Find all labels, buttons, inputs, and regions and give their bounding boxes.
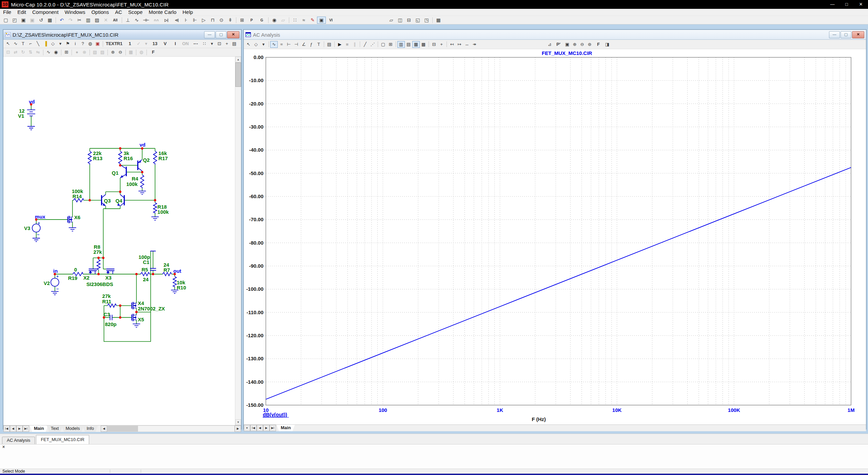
ac-analysis-titlebar[interactable]: AC Analysis — ▢ ✕ [244,30,866,40]
graphics-shapes-icon[interactable]: ◇ [252,41,260,48]
find-component-icon[interactable]: ◉ [270,17,279,24]
macro-icon[interactable]: ⊞ [238,17,246,24]
tag-values-icon[interactable]: ⊿ [546,41,553,48]
nav-button[interactable]: ◀ [257,425,263,431]
schematic-vscrollbar[interactable]: ▲ ▼ [235,57,241,425]
zoom-out-icon[interactable]: ⊖ [578,41,586,48]
scope-zoom-icon[interactable]: ≈ [278,41,285,48]
arrange-windows-icon[interactable]: ◱ [413,17,422,24]
select-all-icon[interactable]: All [110,17,120,24]
calculator-icon[interactable]: ▦ [434,17,443,24]
schematic-titlebar[interactable]: D:\Z_ZSAVES\microcap\FET_MUX_MC10.CIR — … [3,30,241,40]
zener-diode-icon[interactable]: ⊲| [172,17,182,24]
nav-button[interactable]: ▾ [244,425,250,431]
bus-mode-icon[interactable]: ▐ [42,40,49,47]
scope-select-icon[interactable]: ∿ [270,41,278,48]
ac-plot[interactable]: 0.00-10.00-20.00-30.00-40.00-50.00-60.00… [244,49,866,424]
show-border-icon[interactable]: ⊡ [216,40,223,47]
schematic-tab-text[interactable]: Text [47,425,63,432]
link-mode-icon[interactable]: ◍ [86,40,94,47]
function-key-icon[interactable]: F [148,49,158,56]
show-node-numbers-icon[interactable]: 1 [125,40,135,47]
schematic-canvas[interactable]: +− +− vd12V1vd22kR133kR1616kR17Q2Q1R4100… [3,57,241,425]
schematic-hscrollbar[interactable]: ◀ ▶ [101,425,241,432]
capacitor-icon[interactable]: ⊣⊢ [141,17,151,24]
maximize-button[interactable]: □ [840,0,854,9]
ac-restore-button[interactable]: ▢ [841,31,851,38]
select-mode-icon[interactable]: ↖ [245,41,252,48]
menu-scope[interactable]: Scope [125,9,146,16]
ac-plot-area[interactable]: 0.00-10.00-20.00-30.00-40.00-50.00-60.00… [244,49,866,424]
flag-mode-icon[interactable]: ⚑ [64,40,72,47]
zoom-in-icon[interactable]: ⊕ [571,41,578,48]
select-region-icon[interactable]: ▢ [379,41,387,48]
show-grid-text-icon[interactable]: TEXT [104,40,115,47]
region-mode-icon[interactable]: ▣ [94,40,101,47]
properties-icon[interactable]: ▤ [326,41,333,48]
probe-icon[interactable]: ✎ [308,17,317,24]
nav-button[interactable]: ▶I [270,425,276,431]
scope-slope-tag-icon[interactable]: ∠ [300,41,308,48]
info-mode-icon[interactable]: i [72,40,79,47]
source-parts-icon[interactable]: ≈ [299,17,308,24]
digital-parts-icon[interactable]: ∷ [291,17,299,24]
ac-tab-main[interactable]: Main [277,425,295,431]
hscroll-thumb[interactable] [107,426,138,432]
zoom-out-icon[interactable]: ⊖ [117,49,124,56]
function-key-icon[interactable]: F [593,41,604,48]
help-mode-icon[interactable]: ? [79,40,86,47]
animate-window-icon[interactable]: ▣ [317,17,326,24]
undo-icon[interactable]: ↶ [57,17,66,24]
ground-icon[interactable]: ⊥ [123,17,132,24]
find-wave-icon[interactable]: ∿ [45,49,52,56]
menu-ac[interactable]: AC [112,9,125,16]
scroll-up-icon[interactable]: ▲ [235,57,241,62]
menu-monte-carlo[interactable]: Monte Carlo [146,9,180,16]
nav-button[interactable]: I◀ [3,425,10,432]
menu-file[interactable]: File [0,9,14,16]
hscroll-track[interactable] [107,425,235,432]
cut-icon[interactable]: ✂ [75,17,84,24]
window-tab-ac-analysis[interactable]: AC Analysis [2,437,35,444]
sine-source-icon[interactable]: ⊙ [217,17,226,24]
vscroll-thumb[interactable] [235,62,241,87]
nav-button[interactable]: I◀ [250,425,257,431]
cursor-right-icon[interactable]: ↦ [456,41,463,48]
close-button[interactable]: ✕ [854,0,868,9]
revert-file-icon[interactable]: ↺ [37,17,45,24]
show-pin-numbers-icon[interactable]: 13 [150,40,160,47]
schematic-close-button[interactable]: ✕ [227,31,239,38]
mosfet-icon[interactable]: ⊩ [191,17,199,24]
menu-component[interactable]: Component [29,9,62,16]
show-pin-connections-icon[interactable]: -·- [191,40,201,47]
menu-help[interactable]: Help [179,9,196,16]
ac-minimize-button[interactable]: — [829,31,840,38]
g-part-icon[interactable]: G [257,17,267,24]
zoom-fit-icon[interactable]: ⊚ [586,41,593,48]
tile-horizontal-icon[interactable]: ⊟ [405,17,413,24]
show-attribute-text-icon[interactable]: R1 [115,40,125,47]
polyline-mode-icon[interactable]: ⋰ [369,41,376,48]
grid-both-icon[interactable]: ▦ [412,41,420,48]
nav-button[interactable]: ▶ [263,425,270,431]
show-currents-icon[interactable]: I [170,40,180,47]
shapes-dropdown-icon[interactable]: ▾ [57,40,64,47]
scope-vertical-tag-icon[interactable]: ⊣ [293,41,300,48]
ac-close-button[interactable]: ✕ [852,31,864,38]
cursor-next-icon[interactable]: ↠ [471,41,478,48]
battery-icon[interactable]: ǂ [226,17,235,24]
nav-button[interactable]: ◀ [10,425,16,432]
trackers-icon[interactable]: + [438,41,445,48]
cascade-windows-icon[interactable]: ▱ [387,17,396,24]
schematic-tab-info[interactable]: Info [82,425,98,432]
save-file-icon[interactable]: ▣ [19,17,28,24]
shapes-dropdown-icon[interactable]: ▾ [260,41,267,48]
run-icon[interactable]: ▶ [336,41,343,48]
tile-vertical-icon[interactable]: ◫ [396,17,405,24]
go-to-icon[interactable]: ◨ [604,41,611,48]
grid-horizontal-icon[interactable]: ▤ [405,41,412,48]
vi-display-icon[interactable]: VI [326,17,336,24]
resistor-icon[interactable]: ∿ [132,17,141,24]
select-mode-icon[interactable]: ↖ [4,40,12,47]
opamp-icon[interactable]: ▷ [199,17,208,24]
